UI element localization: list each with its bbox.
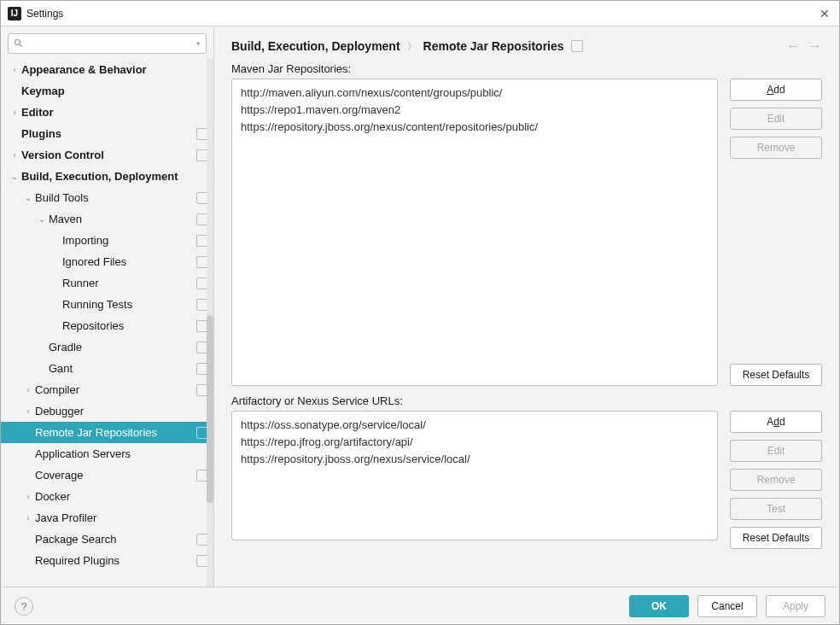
tree-item-label: Running Tests xyxy=(62,298,193,311)
list-item[interactable]: https://oss.sonatype.org/service/local/ xyxy=(241,417,709,434)
tree-item-gradle[interactable]: Gradle xyxy=(1,336,213,358)
tree-item-keymap[interactable]: Keymap xyxy=(1,80,213,102)
tree-item-running-tests[interactable]: Running Tests xyxy=(1,294,213,315)
maven-label: Maven Jar Repositories: xyxy=(231,62,822,75)
list-item[interactable]: https://repository.jboss.org/nexus/conte… xyxy=(241,119,709,136)
chevron-right-icon[interactable]: › xyxy=(23,492,33,501)
maven-panel: Maven Jar Repositories: http://maven.ali… xyxy=(214,62,839,394)
apply-button: Apply xyxy=(766,595,825,617)
tree-item-label: Maven xyxy=(49,213,193,225)
tree-item-runner[interactable]: Runner xyxy=(1,272,213,294)
chevron-right-icon: 〉 xyxy=(407,40,417,53)
tree-item-ignored-files[interactable]: Ignored Files xyxy=(1,251,213,272)
scrollbar-thumb[interactable] xyxy=(207,315,213,503)
tree-item-package-search[interactable]: Package Search xyxy=(1,529,213,550)
search-input[interactable] xyxy=(29,38,196,50)
maven-edit-button: Edit xyxy=(730,108,822,130)
list-item[interactable]: https://repository.jboss.org/nexus/servi… xyxy=(241,451,709,468)
tree-item-debugger[interactable]: ›Debugger xyxy=(1,400,213,422)
tree-item-compiler[interactable]: ›Compiler xyxy=(1,379,213,400)
artifactory-test-button: Test xyxy=(730,498,822,520)
scrollbar-track[interactable] xyxy=(207,59,213,587)
artifactory-label: Artifactory or Nexus Service URLs: xyxy=(231,394,822,407)
chevron-down-icon[interactable]: ▾ xyxy=(196,39,201,48)
tree-item-label: Coverage xyxy=(35,469,193,482)
breadcrumb-current: Remote Jar Repositories xyxy=(423,39,564,53)
cancel-button[interactable]: Cancel xyxy=(697,595,757,617)
tree-item-importing[interactable]: Importing xyxy=(1,230,213,251)
window-title: Settings xyxy=(26,8,817,20)
tree-item-editor[interactable]: ›Editor xyxy=(1,102,213,123)
artifactory-reset-button[interactable]: Reset Defaults xyxy=(730,527,822,549)
tree-item-label: Appearance & Behavior xyxy=(21,63,208,76)
tree-item-build-execution-deployment[interactable]: ⌄Build, Execution, Deployment xyxy=(1,166,213,187)
artifactory-panel: Artifactory or Nexus Service URLs: https… xyxy=(214,394,839,558)
chevron-down-icon[interactable]: ⌄ xyxy=(23,193,33,202)
artifactory-remove-button: Remove xyxy=(730,469,822,491)
settings-tree[interactable]: ›Appearance & BehaviorKeymap›EditorPlugi… xyxy=(1,59,213,587)
app-icon: IJ xyxy=(8,7,21,20)
chevron-right-icon[interactable]: › xyxy=(9,65,20,74)
dialog-footer: ? OK Cancel Apply xyxy=(1,587,839,625)
scope-icon xyxy=(571,40,583,52)
close-icon[interactable]: ✕ xyxy=(817,7,832,20)
artifactory-add-button[interactable]: Add xyxy=(730,411,822,433)
ok-button[interactable]: OK xyxy=(629,595,689,617)
tree-item-label: Debugger xyxy=(35,405,208,418)
list-item[interactable]: http://maven.aliyun.com/nexus/content/gr… xyxy=(241,85,709,102)
search-input-wrapper[interactable]: ▾ xyxy=(8,33,207,54)
chevron-right-icon[interactable]: › xyxy=(9,108,20,117)
tree-item-coverage[interactable]: Coverage xyxy=(1,464,213,486)
tree-item-label: Editor xyxy=(21,106,208,119)
breadcrumb: Build, Execution, Deployment 〉 Remote Ja… xyxy=(214,26,839,62)
tree-item-required-plugins[interactable]: Required Plugins xyxy=(1,550,213,571)
artifactory-edit-button: Edit xyxy=(730,440,822,462)
breadcrumb-parent[interactable]: Build, Execution, Deployment xyxy=(231,39,400,53)
chevron-right-icon[interactable]: › xyxy=(9,150,20,160)
tree-item-label: Gradle xyxy=(49,341,193,353)
svg-line-1 xyxy=(20,44,22,47)
maven-list[interactable]: http://maven.aliyun.com/nexus/content/gr… xyxy=(231,79,718,386)
tree-item-label: Application Servers xyxy=(35,447,208,460)
title-bar: IJ Settings ✕ xyxy=(1,1,839,26)
chevron-right-icon[interactable]: › xyxy=(23,406,33,416)
tree-item-label: Required Plugins xyxy=(35,554,193,567)
tree-item-appearance-behavior[interactable]: ›Appearance & Behavior xyxy=(1,59,213,80)
tree-item-application-servers[interactable]: Application Servers xyxy=(1,443,213,464)
maven-add-button[interactable]: Add xyxy=(730,79,822,101)
list-item[interactable]: https://repo1.maven.org/maven2 xyxy=(241,102,709,119)
tree-item-label: Version Control xyxy=(21,149,193,161)
tree-item-java-profiler[interactable]: ›Java Profiler xyxy=(1,507,213,529)
svg-point-0 xyxy=(15,40,20,45)
forward-icon[interactable]: → xyxy=(808,38,822,54)
content-pane: Build, Execution, Deployment 〉 Remote Ja… xyxy=(214,26,839,587)
tree-item-label: Build Tools xyxy=(35,191,193,204)
chevron-right-icon[interactable]: › xyxy=(23,385,33,394)
list-item[interactable]: https://repo.jfrog.org/artifactory/api/ xyxy=(241,434,709,451)
tree-item-docker[interactable]: ›Docker xyxy=(1,486,213,507)
artifactory-list[interactable]: https://oss.sonatype.org/service/local/h… xyxy=(231,411,718,540)
tree-item-plugins[interactable]: Plugins xyxy=(1,123,213,144)
tree-item-label: Importing xyxy=(62,234,193,247)
tree-item-label: Docker xyxy=(35,490,208,503)
chevron-right-icon[interactable]: › xyxy=(23,513,33,523)
tree-item-label: Keymap xyxy=(21,85,208,97)
tree-item-maven[interactable]: ⌄Maven xyxy=(1,208,213,230)
maven-remove-button: Remove xyxy=(730,137,822,159)
tree-item-version-control[interactable]: ›Version Control xyxy=(1,144,213,166)
tree-item-remote-jar-repositories[interactable]: Remote Jar Repositories xyxy=(1,422,213,443)
settings-sidebar: ▾ ›Appearance & BehaviorKeymap›EditorPlu… xyxy=(1,26,214,587)
maven-reset-button[interactable]: Reset Defaults xyxy=(730,364,822,386)
tree-item-label: Plugins xyxy=(21,127,193,140)
back-icon[interactable]: ← xyxy=(786,38,800,54)
tree-item-repositories[interactable]: Repositories xyxy=(1,315,213,336)
tree-item-label: Runner xyxy=(62,277,193,289)
tree-item-label: Build, Execution, Deployment xyxy=(21,170,208,183)
chevron-down-icon[interactable]: ⌄ xyxy=(9,172,20,181)
tree-item-label: Package Search xyxy=(35,533,193,546)
tree-item-gant[interactable]: Gant xyxy=(1,358,213,379)
tree-item-build-tools[interactable]: ⌄Build Tools xyxy=(1,187,213,208)
tree-item-label: Repositories xyxy=(62,319,193,332)
help-icon[interactable]: ? xyxy=(15,597,33,616)
chevron-down-icon[interactable]: ⌄ xyxy=(37,214,47,224)
